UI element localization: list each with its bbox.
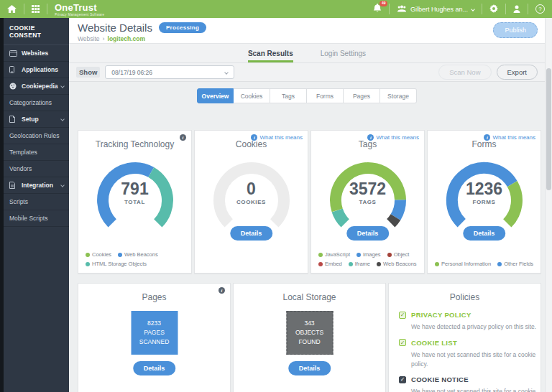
tab-scan-results[interactable]: Scan Results [248,50,293,62]
legend-label: Personal Information [441,261,491,267]
home-icon [7,3,17,16]
legend-dot [435,262,439,266]
main-area: Website Details Processing Website › log… [69,18,545,392]
legend-dot [387,253,392,257]
sidebar-item-integration[interactable]: Integration [4,177,69,194]
subtab-storage[interactable]: Storage [380,88,417,103]
stat-label: PAGES [144,328,165,337]
cookie-icon [9,83,19,90]
tab-login-settings[interactable]: Login Settings [321,50,366,62]
sidebar-item-label: Templates [9,149,37,156]
scan-now-button[interactable]: Scan Now [438,65,491,80]
doc-icon [9,116,19,123]
subtab-forms[interactable]: Forms [307,88,344,103]
tags-card: i What this means Tags 3572 TAGS Details… [310,130,425,274]
legend: JavaScriptImagesObjectEmbedIframeWeb Bea… [318,251,421,267]
sidebar-item-label: Websites [22,50,48,57]
subtab-pages[interactable]: Pages [344,88,380,103]
sidebar-item-label: Scripts [9,198,28,205]
subtab-overview[interactable]: Overview [197,88,234,103]
sidebar-item-label: Cookiepedia [22,83,58,90]
profile-button[interactable] [506,0,528,18]
legend-label: Cookies [92,251,111,258]
details-button[interactable]: Details [463,226,506,241]
stat-cards-row: i Pages 8233 PAGES SCANNED Details Local… [78,283,541,392]
details-button[interactable]: Details [230,226,273,241]
legend-dot [118,253,122,257]
users-icon [397,5,407,14]
sidebar-item-websites[interactable]: Websites [4,45,69,62]
details-button[interactable]: Details [346,226,390,241]
subtab-bar: OverviewCookiesTagsFormsPagesStorage [69,88,545,103]
chevron-down-icon [225,70,229,75]
settings-button[interactable] [482,0,505,18]
apps-grid-button[interactable] [24,0,47,18]
sidebar-item-cookiepedia[interactable]: Cookiepedia [4,78,69,95]
details-button[interactable]: Details [288,361,331,375]
sidebar-item-applications[interactable]: Applications [4,62,69,78]
gauge-value: 791 [92,181,178,197]
page-header: Website Details Processing Website › log… [69,18,545,43]
details-button[interactable]: Details [133,361,176,375]
scan-date-select[interactable]: 08/17/19 06:26 [105,65,234,79]
legend-item-web-beacons: Web Beacons [118,251,158,258]
brand-name: OneTrust [55,2,97,13]
sidebar-item-categorizations[interactable]: Categorizations [4,95,69,111]
breadcrumb: Website › logitech.com [78,35,536,42]
sidebar-item-mobile-scripts[interactable]: Mobile Scripts [4,210,69,227]
policy-description: We have detected a privacy policy on thi… [411,322,542,332]
breadcrumb-parent: Website [78,35,100,42]
user-name: Gilbert Hughes an... [410,6,468,13]
divider [47,4,47,14]
policy-description: We have not yet scanned this site for a … [411,350,542,369]
card-title: Policies [389,292,540,302]
scan-results-content: OverviewCookiesTagsFormsPagesStorage i T… [69,81,545,392]
checkbox-check-icon: ✓ [399,339,406,346]
policy-label: COOKIE NOTICE [411,375,469,383]
sidebar-items: WebsitesApplicationsCookiepediaCategoriz… [4,45,69,227]
legend-item-other-fields: Other Fields [497,261,533,267]
tracking-technology-card: i Tracking Technology 791 TOTAL CookiesW… [78,130,192,274]
notifications-button[interactable]: 49 [366,0,389,18]
sidebar-item-setup[interactable]: Setup [4,111,69,128]
chevron-down-icon [60,117,65,121]
vertical-scrollbar[interactable] [545,18,552,392]
sidebar-item-label: Applications [22,66,58,73]
breadcrumb-separator: › [103,35,105,42]
checkbox-check-icon: ✓ [399,312,406,319]
legend-item-web-beacons: Web Beacons [377,261,417,267]
policies-list: ✓PRIVACY POLICYWe have detected a privac… [389,311,540,392]
publish-button[interactable]: Publish [493,22,538,38]
help-button[interactable]: ? [528,0,552,18]
sidebar-item-templates[interactable]: Templates [4,144,69,161]
forms-card: i What this means Forms 1236 FORMS Detai… [427,130,541,274]
show-label: Show [76,67,100,78]
policy-label: PRIVACY POLICY [411,311,472,319]
legend-dot [86,253,90,257]
stat-label: OBJECTS [295,328,323,337]
gauge-label: TOTAL [92,199,178,205]
cookies-card: i What this means Cookies 0 COOKIES Deta… [194,130,308,274]
sidebar-item-vendors[interactable]: Vendors [4,161,69,177]
card-title: Tracking Technology [78,139,191,149]
legend-label: HTML Storage Objects [92,261,147,267]
legend-item-images: Images [356,251,381,258]
stat-value: 8233 [147,319,161,328]
policy-description: We have not yet scanned this site for a … [411,387,542,392]
sidebar-item-label: Mobile Scripts [9,215,47,222]
sidebar-item-geolocation-rules[interactable]: Geolocation Rules [4,128,69,144]
home-button[interactable] [0,0,24,18]
subtab-tags[interactable]: Tags [270,88,307,103]
user-menu[interactable]: Gilbert Hughes an... [390,0,482,18]
scrollbar-thumb[interactable] [546,68,551,190]
legend-dot [349,262,353,266]
export-button[interactable]: Export [497,65,538,80]
sidebar-item-scripts[interactable]: Scripts [4,194,69,210]
brand-tagline: Privacy Management Software [55,14,104,17]
breadcrumb-current[interactable]: logitech.com [108,35,145,42]
sidebar-item-label: Integration [22,182,53,189]
sidebar-title: COOKIE CONSENT [4,18,69,45]
legend-item-javascript: JavaScript [318,251,350,258]
subtab-cookies[interactable]: Cookies [234,88,270,103]
brand-logo: OneTrust Privacy Management Software [55,1,104,17]
